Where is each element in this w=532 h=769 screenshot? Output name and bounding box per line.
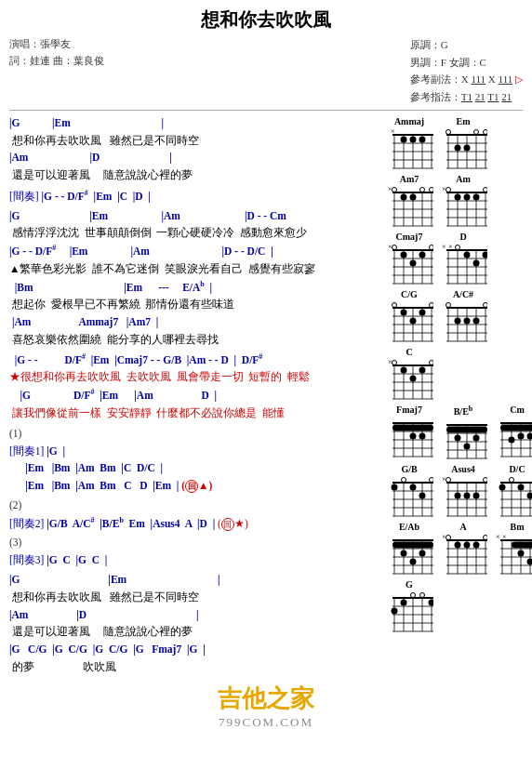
svg-point-74	[392, 245, 397, 249]
svg-text:×: ×	[388, 358, 392, 366]
svg-point-253	[464, 542, 471, 549]
am7-diagram: ×	[385, 185, 433, 228]
cm-diagram: 3	[493, 416, 532, 458]
eab-diagram	[385, 533, 433, 576]
svg-text:×: ×	[391, 127, 395, 136]
footer: 吉他之家 799COM.COM	[9, 683, 523, 730]
interlude2-header: [間奏2] |G/B A/C# |B/Eb Em |Asus4 A |D | (…	[9, 515, 381, 533]
svg-point-88	[473, 259, 480, 266]
svg-point-193	[410, 484, 417, 491]
a-diagram: ×	[439, 533, 487, 576]
outro-lyric-2: 還是可以迎著風 隨意說說心裡的夢	[9, 624, 381, 641]
svg-point-122	[484, 302, 488, 307]
svg-point-107	[430, 302, 434, 307]
svg-point-118	[455, 317, 461, 324]
interlude1-chords: |Em |Bm |Am Bm |C D/C |	[9, 460, 381, 477]
meta-row: 演唱：張學友 詞：娃連 曲：葉良俊 原調：G 男調：F 女調：C 參考副法：X …	[9, 36, 523, 106]
svg-point-227	[510, 478, 514, 483]
svg-point-56	[464, 193, 471, 200]
beb-diagram: 3	[439, 418, 487, 460]
asus4-diagram: ×	[439, 475, 487, 518]
chord-cmaj7: Cmaj7	[385, 232, 433, 285]
svg-point-24	[455, 144, 461, 151]
svg-text:×: ×	[442, 533, 446, 541]
svg-point-25	[464, 144, 471, 151]
c-diagram: ×	[385, 358, 433, 401]
svg-text:3: 3	[495, 423, 499, 431]
bm-diagram: × ×	[493, 533, 532, 576]
guitar-home-text: 吉他之家	[9, 683, 523, 715]
svg-text:×: ×	[496, 533, 500, 541]
svg-point-240	[410, 559, 417, 565]
svg-text:×: ×	[388, 243, 392, 251]
song-title: 想和你去吹吹風	[9, 7, 523, 33]
svg-point-195	[402, 478, 406, 483]
lyric-line-5: 想起你 愛根早已不再繁繞 那情份還有些味道	[9, 297, 381, 313]
svg-point-11	[410, 136, 417, 142]
chord-a: A	[439, 522, 487, 576]
svg-point-196	[430, 478, 434, 483]
svg-point-90	[456, 245, 460, 249]
svg-point-87	[464, 251, 471, 258]
chord-eab: E/Ab	[385, 522, 433, 576]
chord-em: Em	[439, 116, 487, 170]
chord-diagrams: Ammaj	[385, 114, 523, 677]
svg-point-269	[518, 550, 525, 557]
lyrics-area: |G |Em | 想和你再去吹吹風 雖然已是不同時空 |Am |D | 還是可以…	[9, 114, 523, 677]
svg-point-180	[527, 432, 533, 439]
url-text: 799COM.COM	[9, 715, 523, 730]
svg-point-104	[410, 317, 417, 324]
lyric-line-2: 還是可以迎著風 隨意說說心裡的夢	[9, 167, 381, 184]
divider-top	[9, 110, 523, 111]
chord-line-4: |G - - D/F# |Em |Am |D - - D/C |	[9, 243, 381, 260]
svg-point-226	[518, 484, 525, 491]
outro-chords-1: |G |Em |	[9, 572, 381, 589]
svg-point-165	[473, 435, 480, 442]
svg-point-254	[473, 542, 480, 549]
svg-text:×: ×	[448, 243, 453, 251]
chord-line-5: |Bm |Em --- E/Ab |	[9, 279, 381, 297]
svg-point-224	[527, 493, 533, 499]
svg-rect-162	[446, 427, 487, 433]
lyric-line-3: 感情浮浮沈沈 世事顛顛倒倒 一顆心硬硬冷冷 感動愈來愈少	[9, 225, 381, 242]
fmaj7-diagram	[385, 416, 433, 458]
svg-point-43	[430, 187, 434, 192]
chord-cg: C/G	[385, 289, 433, 343]
svg-point-194	[419, 493, 426, 499]
lyrics-main: |G |Em | 想和你再去吹吹風 雖然已是不同時空 |Am |D | 還是可以…	[9, 114, 381, 677]
svg-point-134	[410, 375, 417, 381]
svg-point-72	[410, 259, 417, 266]
fingering-info: 參考指法：T1 21 T1 21	[410, 88, 523, 106]
chord-gb: G/B	[385, 464, 433, 518]
page: 想和你去吹吹風 演唱：張學友 詞：娃連 曲：葉良俊 原調：G 男調：F 女調：C…	[0, 0, 532, 737]
chord-g: G	[385, 579, 433, 633]
chord-line-3: |G |Em |Am |D - - Cm	[9, 208, 381, 225]
lyric-line-1: 想和你再去吹吹風 雖然已是不同時空	[9, 133, 381, 150]
gender-key: 男調：F 女調：C	[410, 54, 523, 72]
svg-point-106	[392, 302, 397, 307]
svg-point-270	[527, 559, 533, 565]
svg-point-285	[401, 600, 407, 606]
svg-text:×: ×	[442, 185, 446, 193]
svg-point-57	[473, 193, 480, 200]
chord-cm: Cm	[493, 404, 532, 460]
svg-rect-238	[392, 542, 433, 549]
lyric-chorus-1: ★很想和你再去吹吹風 去吹吹風 風會帶走一切 短暫的 輕鬆	[9, 369, 381, 386]
svg-text:×: ×	[388, 185, 392, 193]
chord-bm: Bm	[493, 522, 532, 576]
interlude1-header: [間奏1] |G |	[9, 444, 381, 460]
cmaj7-diagram: ×	[385, 243, 433, 285]
svg-text:×: ×	[442, 243, 446, 251]
interlude3-label: (3)	[9, 535, 381, 551]
svg-point-288	[420, 593, 425, 598]
svg-point-163	[455, 435, 461, 442]
outro-chords-2: |Am |D |	[9, 607, 381, 624]
cg-diagram	[385, 300, 433, 343]
svg-point-89	[483, 251, 488, 258]
svg-point-120	[473, 317, 480, 324]
svg-point-241	[419, 550, 426, 557]
lyric-line-4: ▲繁華色彩光影 誰不為它迷倒 笑眼淚光看自己 感覺有些寂寥	[9, 261, 381, 278]
svg-point-103	[401, 309, 407, 315]
svg-point-133	[401, 366, 407, 373]
interlude3-header: [間奏3] |G C |G C |	[9, 552, 381, 569]
